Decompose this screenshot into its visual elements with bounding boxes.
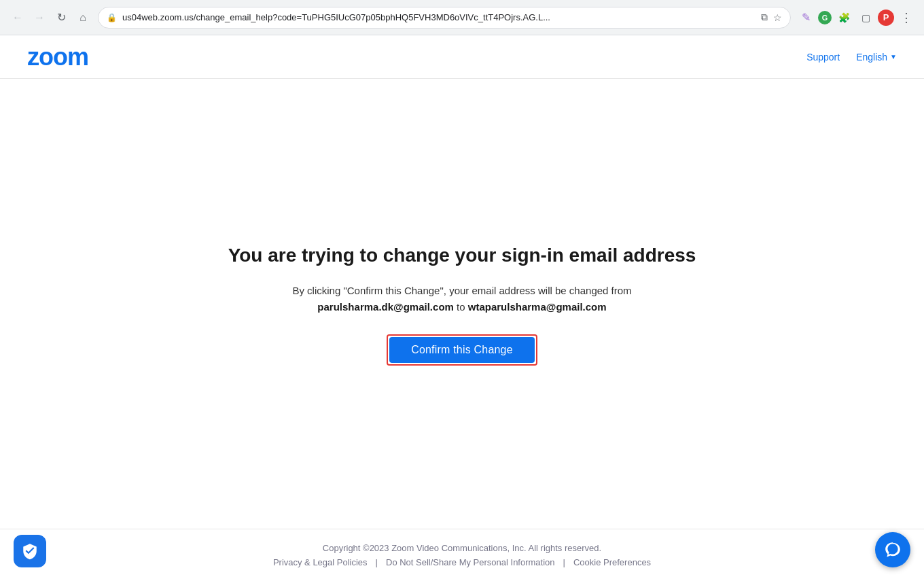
lock-icon: 🔒: [107, 13, 117, 22]
new-email: wtaparulsharma@gmail.com: [468, 301, 607, 313]
footer-divider-1: |: [376, 557, 378, 567]
header-right: Support English ▼: [806, 52, 897, 63]
footer-divider-2: |: [563, 557, 565, 567]
page-title: You are trying to change your sign-in em…: [228, 245, 696, 266]
browser-chrome: ← → ↻ ⌂ 🔒 us04web.zoom.us/change_email_h…: [0, 0, 924, 35]
site-header: zoom Support English ▼: [0, 35, 924, 79]
address-bar[interactable]: 🔒 us04web.zoom.us/change_email_help?code…: [98, 7, 791, 29]
home-button[interactable]: ⌂: [73, 8, 92, 27]
separator: to: [457, 301, 468, 313]
forward-button[interactable]: →: [30, 8, 49, 27]
star-icon: ☆: [773, 12, 782, 23]
old-email: parulsharma.dk@gmail.com: [317, 301, 454, 313]
description: By clicking "Confirm this Change", your …: [292, 283, 631, 315]
main-content: You are trying to change your sign-in em…: [0, 79, 924, 529]
site-footer: Copyright ©2023 Zoom Video Communication…: [0, 529, 924, 581]
zoom-logo: zoom: [27, 43, 88, 71]
chevron-down-icon: ▼: [890, 53, 897, 60]
footer-copyright: Copyright ©2023 Zoom Video Communication…: [27, 543, 897, 553]
profile-icon[interactable]: P: [878, 10, 894, 26]
shield-check-icon: [21, 542, 39, 560]
privacy-link[interactable]: Privacy & Legal Policies: [273, 557, 368, 567]
do-not-sell-link[interactable]: Do Not Sell/Share My Personal Informatio…: [386, 557, 555, 567]
chat-widget[interactable]: [875, 532, 910, 567]
footer-links: Privacy & Legal Policies | Do Not Sell/S…: [27, 557, 897, 567]
nav-buttons: ← → ↻ ⌂: [8, 8, 92, 27]
chat-icon: [884, 541, 902, 559]
confirm-change-button[interactable]: Confirm this Change: [389, 337, 535, 363]
url-text: us04web.zoom.us/change_email_help?code=T…: [122, 12, 756, 22]
language-label: English: [856, 52, 887, 63]
share-icon: ⧉: [761, 12, 768, 23]
edit-icon[interactable]: ✎: [796, 8, 815, 27]
security-badge[interactable]: [14, 535, 46, 567]
confirm-button-wrapper: Confirm this Change: [389, 337, 535, 363]
support-link[interactable]: Support: [806, 52, 840, 63]
grammarly-icon[interactable]: G: [818, 11, 832, 24]
back-button[interactable]: ←: [8, 8, 27, 27]
website: zoom Support English ▼ You are trying to…: [0, 35, 924, 581]
cookie-preferences-link[interactable]: Cookie Preferences: [573, 557, 651, 567]
language-selector[interactable]: English ▼: [856, 52, 897, 63]
description-prefix: By clicking "Confirm this Change", your …: [292, 285, 631, 296]
window-icon[interactable]: ▢: [856, 8, 875, 27]
puzzle-icon[interactable]: 🧩: [834, 8, 853, 27]
reload-button[interactable]: ↻: [52, 8, 71, 27]
menu-icon[interactable]: ⋮: [897, 8, 916, 27]
browser-actions: ✎ G 🧩 ▢ P ⋮: [796, 8, 916, 27]
